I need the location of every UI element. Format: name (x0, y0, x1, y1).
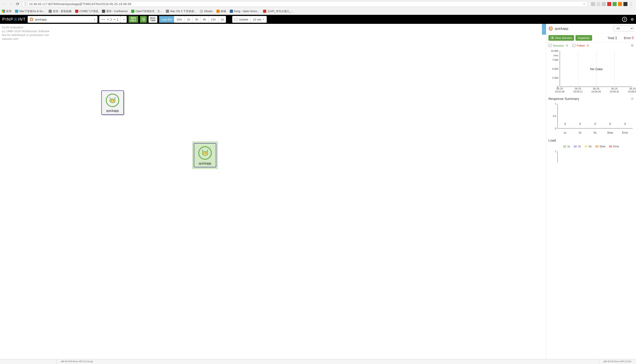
y-tick: 2,500 (552, 76, 558, 79)
app-name: quickapp (35, 18, 47, 21)
bookmark-item[interactable]: Mac OS X 下安装使... (166, 10, 196, 13)
help-button[interactable]: ? (622, 17, 627, 22)
gojs-watermark: GoJS evaluation (c) 1998–2016 Northwoods… (2, 26, 50, 41)
depth-dropdown[interactable]: ▼ (121, 16, 127, 23)
settings-button[interactable]: ⚙ (630, 17, 634, 22)
ext-icon[interactable] (612, 2, 617, 6)
load-chart[interactable]: 1 (557, 151, 634, 165)
server-node-group[interactable]: quickapp (192, 142, 218, 169)
inspector-button[interactable]: Inspector (575, 35, 592, 41)
favicon-icon (200, 10, 203, 13)
extension-icons: ⋮ (590, 2, 634, 6)
legend-item[interactable]: 1s (563, 145, 570, 148)
url-bar[interactable]: i ☆ (22, 1, 588, 7)
url-input[interactable] (29, 2, 581, 6)
ext-icon[interactable] (618, 2, 622, 6)
reload-button[interactable]: ⟳ (15, 2, 20, 6)
failed-legend-toggle[interactable]: ✓ Failed : 0 (572, 44, 588, 47)
depth-selector[interactable]: ••• ➔ 1 ➔ 1 (99, 16, 121, 23)
legend-item[interactable]: 5s (584, 145, 592, 148)
pinpoint-logo[interactable]: PINP⦿INT (2, 17, 26, 22)
view-servers-button[interactable]: View Servers (548, 35, 574, 41)
list-icon (551, 36, 554, 39)
bar-value: 0 (624, 122, 626, 126)
favicon-icon (75, 10, 78, 13)
bookmark-item[interactable]: OpenTSDB首页、文... (131, 10, 162, 13)
time-range-button[interactable]: 12h (209, 16, 218, 23)
back-button[interactable]: ← (2, 2, 6, 6)
time-range-button[interactable]: 20m (174, 16, 185, 23)
x-tick: 1s (563, 131, 566, 134)
bookmark-item[interactable]: 云API_华为云接口_... (263, 10, 293, 13)
bookmark-item[interactable]: Kong - Open-Sourc... (230, 10, 260, 13)
forward-button[interactable]: → (9, 2, 13, 6)
ext-icon[interactable] (591, 2, 595, 6)
scatter-chart[interactable]: No Data 02,5005,0007,50010,000 (ms) 05-2… (560, 51, 634, 94)
legend-item[interactable]: Slow (595, 145, 605, 148)
download-item[interactable]: jdk-8u144-linux-x64 (1).tar.gz (56, 359, 98, 364)
update-toggle[interactable]: Update (232, 16, 251, 23)
bidirectional-toggle[interactable] (140, 16, 147, 23)
response-summary-title: Response Summary ⟳ (546, 96, 636, 102)
ext-icon[interactable] (602, 2, 606, 6)
x-tick: Error (622, 131, 628, 134)
application-selector[interactable]: quickapp ▼ (28, 16, 98, 23)
agent-filter[interactable]: All (613, 26, 634, 31)
server-node[interactable]: quickapp (194, 143, 216, 168)
svg-rect-1 (142, 18, 143, 18)
chart-settings-icon[interactable]: ⚙ (631, 44, 634, 47)
bookmark-item[interactable]: COME门户系统 (75, 10, 98, 13)
svg-rect-18 (551, 38, 551, 39)
checkbox-icon: ✓ (572, 44, 575, 47)
bookmark-star-icon[interactable]: ☆ (583, 2, 586, 6)
svg-rect-6 (143, 20, 145, 21)
info-icon[interactable]: i (24, 2, 28, 6)
bookmark-item[interactable]: 登录 - Confluence (102, 10, 128, 13)
y-tick: 0 (549, 127, 556, 130)
was-only-toggle[interactable]: WASONLY (129, 16, 138, 23)
apps-button[interactable]: 应用 (2, 10, 12, 13)
legend-swatch (574, 145, 577, 148)
svg-point-9 (113, 100, 114, 101)
bookmark-item[interactable]: Mac下安装Go & Su... (15, 10, 45, 13)
server-node[interactable]: quickapp (101, 90, 124, 115)
legend-item[interactable]: 3s (574, 145, 581, 148)
response-summary-chart[interactable]: 00000 00.51 1s3s5sSlowError (557, 104, 634, 135)
download-bar: jdk-8u144-linux-x64 (1).tar.gz jdk-9u15-… (0, 359, 636, 364)
time-range-button[interactable]: 1d (218, 16, 226, 23)
ext-icon[interactable] (596, 2, 600, 6)
svg-point-7 (110, 99, 115, 103)
download-item[interactable]: jdk-9u15-linux-x64 (1).bin (599, 359, 636, 364)
bar-value: 0 (579, 122, 581, 126)
ext-icon[interactable] (623, 2, 627, 6)
bookmark-item[interactable]: 邮箱 (217, 10, 226, 13)
server-map-canvas[interactable]: GoJS evaluation (c) 1998–2016 Northwoods… (0, 24, 542, 364)
svg-rect-5 (142, 20, 143, 21)
svg-rect-15 (552, 37, 554, 37)
time-range-button[interactable]: Last 5m (159, 16, 174, 23)
bookmark-item[interactable]: k8sdoc (200, 10, 213, 13)
panel-toggle[interactable]: ⌄ (542, 24, 546, 35)
legend-swatch (609, 145, 612, 148)
menu-icon[interactable]: ⋮ (629, 2, 633, 6)
x-tick: 05-25 19:01:56 (555, 87, 565, 93)
list-icon (142, 18, 145, 21)
update-group: Update 10 sec ▼ (232, 16, 267, 23)
bookmark-item[interactable]: 首页 - 新智超脑 (49, 10, 72, 13)
update-interval-selector[interactable]: 10 sec ▼ (251, 16, 267, 23)
y-tick: 5,000 (552, 68, 558, 70)
time-range-button[interactable]: 3h (193, 16, 201, 23)
svg-point-13 (549, 27, 552, 30)
tomcat-icon (106, 94, 119, 107)
time-range-button[interactable]: 6h (201, 16, 209, 23)
x-tick: 05-25 19:04:26 (591, 87, 601, 93)
svg-point-8 (111, 100, 112, 101)
chart-settings-icon[interactable]: ⟳ (631, 97, 634, 100)
realtime-toggle[interactable]: REALTIME (149, 16, 157, 23)
success-legend-toggle[interactable]: ✓ Success : 0 (548, 44, 568, 47)
time-range-button[interactable]: 1h (185, 16, 193, 23)
load-title: Load (546, 137, 636, 144)
update-checkbox[interactable] (235, 18, 237, 21)
ext-icon[interactable] (607, 2, 611, 6)
legend-item[interactable]: Error (609, 145, 619, 148)
